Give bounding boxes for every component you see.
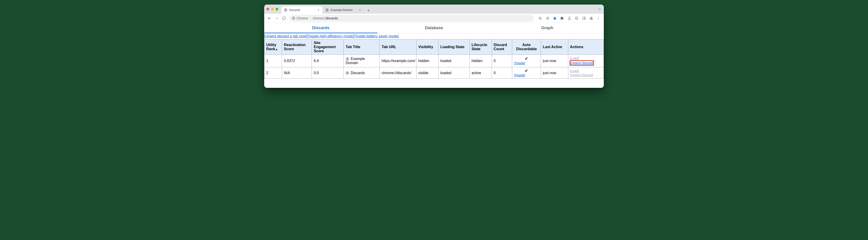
toolbar: Chrome chrome://discards: [264, 14, 604, 23]
cell-rank: 1: [265, 55, 282, 67]
tab-strip: Discards × Example Domain ×: [281, 5, 598, 14]
col-discard-count[interactable]: Discard Count: [492, 39, 512, 55]
tabs-dropdown-button[interactable]: [598, 7, 601, 11]
back-button[interactable]: [266, 15, 273, 22]
col-loading-state[interactable]: Loading State: [438, 39, 470, 55]
cell-url: chrome://discards/: [380, 67, 416, 79]
action-urgent-discard[interactable]: [Urgent Discard]: [570, 73, 593, 77]
cell-auto: ✔ [Toggle]: [512, 55, 541, 67]
cell-last: just now: [541, 55, 568, 67]
subnav-discards[interactable]: Discards: [264, 23, 377, 33]
svg-point-3: [293, 18, 294, 19]
forward-button[interactable]: [273, 15, 280, 22]
subnav-database[interactable]: Database: [377, 23, 491, 33]
subnav-graph[interactable]: Graph: [491, 23, 604, 33]
close-tab-icon[interactable]: ×: [317, 8, 320, 12]
tab-discards[interactable]: Discards ×: [281, 6, 322, 14]
url-text: chrome://discards: [313, 17, 338, 20]
col-actions[interactable]: Actions: [568, 39, 603, 55]
cell-last: just now: [541, 67, 568, 79]
toolbar-right: [537, 15, 602, 22]
address-bar[interactable]: Chrome chrome://discards: [289, 15, 534, 22]
cell-react: N/A: [282, 67, 312, 79]
subnav: Discards Database Graph: [264, 23, 604, 33]
kebab-menu-icon[interactable]: [595, 15, 602, 22]
action-load[interactable]: [Load]: [570, 56, 579, 60]
auto-discardable-toggle[interactable]: [Toggle]: [514, 61, 525, 65]
new-tab-button[interactable]: [365, 7, 372, 14]
action-link-row: [Urgent discard a tab now][Toggle high e…: [264, 33, 604, 39]
svg-point-2: [292, 17, 295, 20]
globe-icon: [346, 71, 349, 75]
window-controls: [267, 8, 278, 10]
globe-icon: [284, 8, 287, 12]
cell-actions: [Load][Urgent Discard]: [568, 55, 603, 67]
cell-life: active: [470, 67, 492, 79]
svg-point-10: [598, 17, 599, 17]
cell-react: 0.8372: [282, 55, 312, 67]
zoom-icon[interactable]: [537, 15, 544, 22]
content: [Urgent discard a tab now][Toggle high e…: [264, 33, 604, 88]
svg-point-9: [591, 17, 592, 18]
col-tab-url[interactable]: Tab URL: [380, 39, 416, 55]
urgent-discard-now-link[interactable]: [Urgent discard a tab now]: [264, 34, 307, 38]
svg-rect-7: [583, 17, 585, 20]
cell-vis: hidden: [416, 55, 439, 67]
maximize-window-button[interactable]: [276, 8, 278, 10]
globe-icon: [346, 57, 349, 61]
table-row: 2 N/A 0.0 Discards chrome://discards/ vi…: [265, 67, 604, 79]
share-icon[interactable]: [544, 15, 551, 22]
cell-seng: 0.0: [312, 67, 344, 79]
toggle-battery-saver-link[interactable]: [Toggle battery saver mode]: [354, 34, 399, 38]
cell-load: loaded: [438, 55, 470, 67]
col-last-active[interactable]: Last Active: [541, 39, 568, 55]
cell-rank: 2: [265, 67, 282, 79]
reload-button[interactable]: [281, 15, 287, 22]
cell-title: Example Domain: [344, 55, 380, 67]
table-row: 1 0.8372 6.4 Example Domain https://exam…: [265, 55, 604, 67]
col-tab-title[interactable]: Tab Title: [344, 39, 380, 55]
titlebar: Discards × Example Domain ×: [264, 5, 604, 14]
cell-life: hidden: [470, 55, 492, 67]
col-site-engagement[interactable]: Site Engagement Score: [312, 39, 344, 55]
cell-seng: 6.4: [312, 55, 344, 67]
globe-icon: [325, 8, 329, 12]
tab-title: Discards: [289, 8, 301, 12]
url-chip: Chrome: [292, 17, 310, 20]
col-lifecycle-state[interactable]: Lifecycle State: [470, 39, 492, 55]
profile-avatar-icon[interactable]: [588, 15, 595, 22]
side-panel-icon[interactable]: [581, 15, 587, 22]
table-header-row: Utility Rank▲ Reactivation Score Site En…: [265, 39, 604, 55]
extensions-icon[interactable]: [559, 15, 565, 22]
url-chip-label: Chrome: [297, 17, 308, 20]
action-load[interactable]: [Load]: [570, 69, 579, 73]
close-tab-icon[interactable]: ×: [358, 8, 362, 12]
browser-window: Discards × Example Domain ×: [264, 5, 604, 88]
col-reactivation-score[interactable]: Reactivation Score: [282, 39, 312, 55]
labs-icon[interactable]: [566, 15, 573, 22]
col-auto-discardable[interactable]: Auto Discardable: [512, 39, 541, 55]
cell-load: loaded: [438, 67, 470, 79]
svg-point-12: [598, 19, 599, 20]
cell-auto: ✔ [Toggle]: [512, 67, 541, 79]
devtools-icon[interactable]: [573, 15, 580, 22]
cell-url: https://example.com/: [380, 55, 416, 67]
toggle-high-efficiency-link[interactable]: [Toggle high efficiency mode]: [307, 34, 354, 38]
col-utility-rank[interactable]: Utility Rank▲: [265, 39, 282, 55]
col-visibility[interactable]: Visibility: [416, 39, 439, 55]
action-urgent-discard[interactable]: [Urgent Discard]: [570, 61, 593, 65]
cell-title: Discards: [344, 67, 380, 79]
cell-vis: visible: [416, 67, 439, 79]
tab-title: Example Domain: [331, 8, 352, 12]
svg-point-11: [598, 18, 599, 18]
bookmark-star-icon[interactable]: [551, 15, 558, 22]
check-icon: ✔: [514, 69, 539, 73]
close-window-button[interactable]: [267, 8, 269, 10]
highlight-annotation: [Urgent Discard]: [569, 60, 594, 66]
cell-disc: 0: [492, 67, 512, 79]
minimize-window-button[interactable]: [271, 8, 274, 10]
check-icon: ✔: [514, 57, 539, 61]
cell-actions: [Load][Urgent Discard]: [568, 67, 603, 79]
tab-example-domain[interactable]: Example Domain ×: [323, 6, 364, 14]
auto-discardable-toggle[interactable]: [Toggle]: [514, 73, 525, 77]
